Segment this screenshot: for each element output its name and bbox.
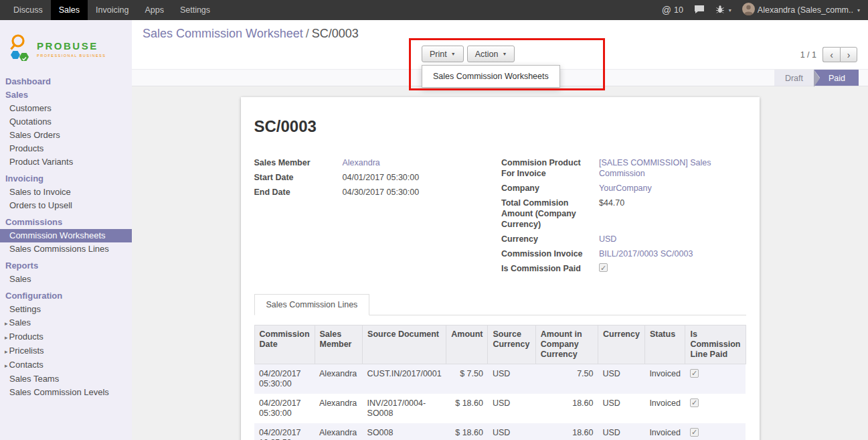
tab-sales-commission-lines[interactable]: Sales Commission Lines (254, 294, 370, 315)
cell-source-currency[interactable]: USD (488, 394, 535, 423)
chevron-right-icon: › (847, 50, 851, 60)
sidebar-item-config-products[interactable]: ▸Products (0, 330, 132, 344)
cell-line-paid[interactable] (685, 394, 746, 423)
sidebar-item-sales-to-invoice[interactable]: Sales to Invoice (0, 186, 132, 199)
at-icon: @ (662, 5, 671, 15)
action-buttons: Print▼ Action▼ (422, 46, 515, 62)
cell-commission-date[interactable]: 04/20/2017 05:30:00 (254, 364, 315, 394)
field-label-end-date: End Date (254, 187, 343, 198)
bug-icon (715, 5, 725, 16)
sidebar-item-sales[interactable]: Sales (0, 88, 132, 102)
menu-discuss[interactable]: Discuss (5, 0, 51, 20)
caret-down-icon: ▼ (502, 52, 507, 56)
menu-sales[interactable]: Sales (51, 0, 88, 20)
cell-amount[interactable]: $ 7.50 (446, 364, 488, 394)
is-commission-paid-checkbox[interactable] (599, 263, 608, 272)
line-paid-checkbox[interactable] (690, 369, 699, 378)
action-button[interactable]: Action▼ (467, 46, 515, 62)
sidebar-section-invoicing[interactable]: Invoicing (0, 172, 132, 186)
menu-invoicing[interactable]: Invoicing (88, 0, 137, 20)
pager-previous-button[interactable]: ‹ (822, 47, 840, 62)
column-header-line-paid: Is Commission Line Paid (685, 325, 746, 364)
cell-sales-member[interactable]: Alexandra (315, 364, 363, 394)
cell-amount-company-currency[interactable]: 7.50 (535, 364, 598, 394)
cell-source-document[interactable]: CUST.IN/2017/0001 (363, 364, 446, 394)
sidebar-item-quotations[interactable]: Quotations (0, 115, 132, 129)
sidebar-section-configuration[interactable]: Configuration (0, 289, 132, 303)
sidebar-item-sales-teams[interactable]: Sales Teams (0, 372, 132, 386)
field-value-commission-invoice[interactable]: BILL/2017/0003 SC/0003 (599, 249, 693, 259)
pager-next-button[interactable]: › (840, 47, 857, 62)
cell-source-currency[interactable]: USD (488, 423, 535, 440)
sidebar-item-products[interactable]: Products (0, 142, 132, 155)
cell-currency[interactable]: USD (598, 394, 645, 423)
cell-currency[interactable]: USD (598, 423, 645, 440)
probuse-logo-icon (8, 32, 32, 66)
sidebar-item-product-variants[interactable]: Product Variants (0, 155, 132, 169)
cell-commission-date[interactable]: 04/20/2017 10:35:53 (254, 423, 315, 440)
field-value-currency[interactable]: USD (599, 234, 616, 244)
probuse-logo[interactable]: PROBUSE PROFESSIONAL BUSINESS (0, 20, 132, 75)
sidebar-section-commissions[interactable]: Commissions (0, 216, 132, 229)
status-step-draft[interactable]: Draft (774, 70, 814, 86)
table-row[interactable]: 04/20/2017 05:30:00 Alexandra CUST.IN/20… (254, 364, 746, 394)
cell-sales-member[interactable]: Alexandra (315, 394, 363, 423)
messages-button[interactable] (694, 5, 705, 16)
action-button-label: Action (475, 50, 499, 59)
cell-source-document[interactable]: SO008 (363, 423, 446, 440)
sidebar-item-pricelists[interactable]: ▸Pricelists (0, 344, 132, 358)
sidebar-item-customers[interactable]: Customers (0, 102, 132, 115)
sidebar-item-sales-commission-levels[interactable]: Sales Commission Levels (0, 386, 132, 399)
caret-down-icon: ▾ (729, 7, 731, 13)
field-value-sales-member[interactable]: Alexandra (343, 158, 380, 167)
cell-sales-member[interactable]: Alexandra (315, 423, 363, 440)
sidebar-item-reports-sales[interactable]: Sales (0, 273, 132, 286)
sidebar-item-sales-commissions-lines[interactable]: Sales Commissions Lines (0, 242, 132, 256)
status-step-paid[interactable]: Paid (814, 70, 859, 86)
cell-amount[interactable]: $ 18.60 (446, 423, 488, 440)
cell-amount[interactable]: $ 18.60 (446, 394, 488, 423)
line-paid-checkbox[interactable] (690, 398, 699, 407)
cell-line-paid[interactable] (685, 423, 746, 440)
cell-line-paid[interactable] (685, 364, 746, 394)
column-header-amount-company-currency: Amount in Company Currency (535, 325, 598, 364)
sidebar-item-orders-to-upsell[interactable]: Orders to Upsell (0, 199, 132, 212)
breadcrumb-parent-link[interactable]: Sales Commission Worksheet (143, 27, 303, 40)
field-value-commission-product[interactable]: [SALES COMMISSION] Sales Commission (599, 158, 711, 178)
table-row[interactable]: 04/20/2017 05:30:00 Alexandra INV/2017/0… (254, 394, 746, 423)
dropdown-item-sales-commission-worksheets[interactable]: Sales Commission Worksheets (422, 68, 559, 84)
sidebar-item-settings[interactable]: Settings (0, 303, 132, 316)
pager-counter: 1 / 1 (800, 50, 816, 60)
sidebar-section-reports[interactable]: Reports (0, 259, 132, 273)
user-menu[interactable]: Alexandra (Sales_comm.. ▾ (742, 3, 860, 17)
field-label-company: Company (501, 183, 599, 194)
chat-icon (694, 5, 705, 16)
cell-amount-company-currency[interactable]: 18.60 (535, 423, 598, 440)
cell-status[interactable]: Invoiced (644, 394, 685, 423)
print-button[interactable]: Print▼ (422, 46, 464, 62)
table-row[interactable]: 04/20/2017 10:35:53 Alexandra SO008 $ 18… (254, 423, 746, 440)
caret-right-icon: ▸ (5, 320, 8, 327)
debug-menu[interactable]: ▾ (715, 5, 731, 16)
cell-status[interactable]: Invoiced (644, 364, 685, 394)
sidebar-item-commission-worksheets[interactable]: Commission Worksheets (0, 229, 132, 242)
field-value-company[interactable]: YourCompany (599, 184, 652, 193)
menu-apps[interactable]: Apps (137, 0, 172, 20)
column-header-currency: Currency (598, 325, 645, 364)
sidebar-item-dashboard[interactable]: Dashboard (0, 75, 132, 88)
cell-source-document[interactable]: INV/2017/0004-SO008 (363, 394, 446, 423)
menu-settings[interactable]: Settings (172, 0, 218, 20)
cell-status[interactable]: Invoiced (644, 423, 685, 440)
cell-commission-date[interactable]: 04/20/2017 05:30:00 (254, 394, 315, 423)
field-label-start-date: Start Date (254, 172, 343, 183)
left-field-group: Sales Member Alexandra Start Date 04/01/… (254, 157, 501, 275)
sidebar-item-contacts[interactable]: ▸Contacts (0, 358, 132, 372)
sidebar-item-config-sales[interactable]: ▸Sales (0, 316, 132, 330)
line-paid-checkbox[interactable] (690, 428, 699, 437)
cell-amount-company-currency[interactable]: 18.60 (535, 394, 598, 423)
cell-source-currency[interactable]: USD (488, 364, 535, 394)
cell-currency[interactable]: USD (598, 364, 645, 394)
sidebar-item-sales-orders[interactable]: Sales Orders (0, 129, 132, 142)
breadcrumb-separator: / (306, 27, 309, 40)
mentions-counter[interactable]: @ 10 (662, 5, 683, 15)
